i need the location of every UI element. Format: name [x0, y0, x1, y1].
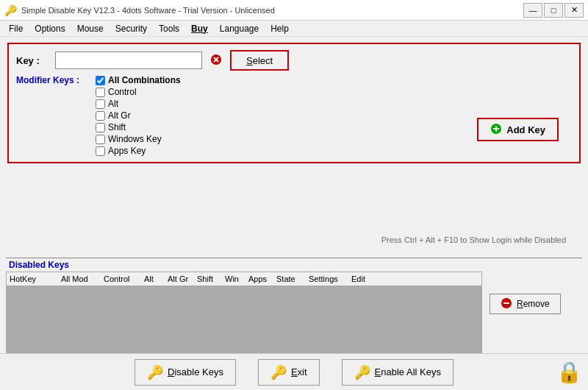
col-alt: Alt [141, 274, 165, 284]
menu-item-mouse[interactable]: Mouse [71, 22, 110, 35]
disable-keys-label: Disable Keys [168, 366, 223, 377]
col-apps: Apps [245, 274, 273, 284]
remove-icon [501, 297, 512, 311]
col-shift: Shift [194, 274, 222, 284]
all-combinations-checkbox[interactable] [96, 76, 105, 85]
key-section: Key : Select Modifier Keys : All Co [7, 43, 581, 163]
shift-checkbox[interactable] [96, 123, 105, 132]
checkboxes: All Combinations Control Alt Alt Gr Shif… [96, 75, 181, 156]
alt-label[interactable]: Alt [108, 99, 118, 109]
disable-keys-button[interactable]: 🔑 Disable Keys [135, 359, 236, 386]
lock-icon: 🔒 [556, 361, 582, 383]
exit-icon: 🔑 [270, 364, 287, 380]
shift-label[interactable]: Shift [108, 122, 126, 132]
checkbox-altgr: Alt Gr [96, 110, 181, 121]
col-state: State [273, 274, 306, 284]
side-buttons: Remove [490, 272, 561, 314]
remove-label: Remove [517, 299, 550, 309]
key-clear-button[interactable] [208, 52, 224, 68]
altgr-checkbox[interactable] [96, 111, 105, 121]
checkbox-windows: Windows Key [96, 134, 181, 144]
bottom-bar: 🔑 Disable Keys 🔑 Exit 🔑 Enable All Keys … [0, 353, 588, 390]
enable-all-keys-button[interactable]: 🔑 Enable All Keys [342, 359, 453, 386]
hint-text: Press Ctrl + Alt + F10 to Show Login whi… [381, 235, 566, 244]
add-key-label: Add Key [506, 124, 545, 135]
menu-item-tools[interactable]: Tools [153, 22, 185, 35]
altgr-label[interactable]: Alt Gr [108, 110, 131, 121]
table-header: HotKey All Mod Control Alt Alt Gr Shift … [7, 272, 481, 286]
close-button[interactable]: ✕ [564, 3, 584, 18]
disable-keys-icon: 🔑 [147, 364, 163, 380]
col-control: Control [101, 274, 141, 284]
remove-button[interactable]: Remove [490, 294, 561, 314]
menu-item-help[interactable]: Help [265, 22, 295, 35]
menu-item-buy[interactable]: Buy [185, 22, 214, 35]
menu-bar: File Options Mouse Security Tools Buy La… [0, 21, 588, 37]
key-label: Key : [16, 55, 49, 66]
lock-icon-area: 🔒 [556, 360, 582, 384]
alt-checkbox[interactable] [96, 99, 105, 109]
control-checkbox[interactable] [96, 88, 105, 97]
add-key-section: Add Key [477, 118, 559, 141]
disabled-keys-title: Disabled Keys [9, 260, 69, 270]
checkbox-all-combinations: All Combinations [96, 75, 181, 85]
col-hotkey: HotKey [7, 274, 58, 284]
add-key-icon [490, 123, 502, 137]
checkbox-alt: Alt [96, 99, 181, 109]
control-label[interactable]: Control [108, 87, 137, 97]
title-bar: 🔑 Simple Disable Key V12.3 - 4dots Softw… [0, 0, 588, 21]
main-content: Key : Select Modifier Keys : All Co [0, 37, 588, 390]
apps-key-label[interactable]: Apps Key [108, 146, 146, 156]
all-combinations-label[interactable]: All Combinations [108, 75, 181, 85]
col-edit: Edit [348, 274, 378, 284]
exit-button[interactable]: 🔑 Exit [258, 359, 320, 386]
app-icon: 🔑 [4, 4, 17, 16]
checkbox-control: Control [96, 87, 181, 97]
apps-key-checkbox[interactable] [96, 146, 105, 156]
exit-label: Exit [291, 366, 307, 377]
col-settings: Settings [306, 274, 348, 284]
title-bar-left: 🔑 Simple Disable Key V12.3 - 4dots Softw… [4, 4, 275, 16]
enable-all-keys-icon: 🔑 [354, 364, 370, 380]
menu-item-language[interactable]: Language [214, 22, 265, 35]
menu-item-options[interactable]: Options [29, 22, 71, 35]
key-row: Key : Select [16, 50, 572, 71]
modifier-label: Modifier Keys : [16, 75, 90, 156]
enable-all-keys-label: Enable All Keys [375, 366, 441, 377]
key-input[interactable] [55, 52, 202, 69]
add-key-button[interactable]: Add Key [477, 118, 559, 141]
checkbox-apps: Apps Key [96, 146, 181, 156]
maximize-button[interactable]: □ [544, 3, 563, 18]
minimize-button[interactable]: — [523, 3, 542, 18]
menu-item-security[interactable]: Security [110, 22, 153, 35]
modifier-section: Modifier Keys : All Combinations Control… [16, 75, 572, 156]
clear-icon [210, 54, 222, 68]
title-bar-controls: — □ ✕ [523, 3, 584, 18]
col-altgr: Alt Gr [165, 274, 194, 284]
disabled-keys-label: Disabled Keys [6, 258, 582, 270]
windows-key-checkbox[interactable] [96, 135, 105, 144]
col-allmod: All Mod [58, 274, 101, 284]
window-title: Simple Disable Key V12.3 - 4dots Softwar… [21, 6, 275, 15]
col-win: Win [222, 274, 245, 284]
checkbox-shift: Shift [96, 122, 181, 132]
select-button[interactable]: Select [230, 50, 289, 71]
menu-item-file[interactable]: File [3, 22, 29, 35]
windows-key-label[interactable]: Windows Key [108, 134, 162, 144]
